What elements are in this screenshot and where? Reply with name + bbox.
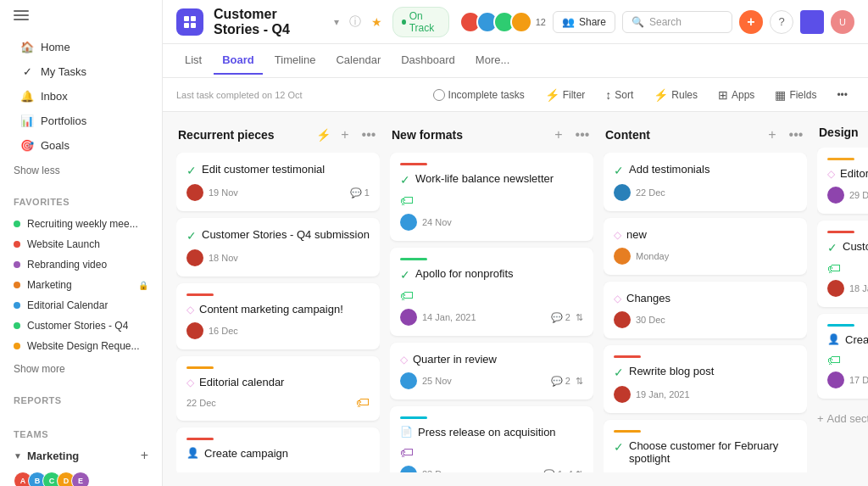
fav-item-1[interactable]: Website Launch (0, 234, 162, 254)
fav-item-6[interactable]: Website Design Reque... (0, 336, 162, 356)
card[interactable]: 📄 Press release on acquisition 🏷 23 Dec … (390, 406, 593, 472)
column-title-new-formats: New formats (392, 128, 544, 142)
card[interactable]: ✓ Apollo for nonprofits 🏷 14 Jan, 2021 💬… (390, 248, 593, 336)
add-button[interactable]: + (739, 10, 763, 34)
card-title-text: Customer Stories - Q4 submission (202, 228, 370, 241)
ellipsis-icon: ••• (837, 89, 848, 101)
sidebar-item-portfolios[interactable]: 📊 Portfolios (7, 109, 155, 132)
check-icon: ✓ (400, 173, 410, 187)
card-title-text: Create new in... (845, 333, 868, 346)
diamond-icon: ◇ (186, 304, 194, 316)
tab-dashboard[interactable]: Dashboard (392, 47, 464, 75)
svg-rect-1 (191, 16, 196, 21)
apps-button[interactable]: ⊞ Apps (711, 85, 761, 105)
tab-timeline[interactable]: Timeline (266, 47, 325, 75)
column-title-content: Content (605, 128, 758, 142)
avatar (827, 187, 844, 204)
comment-count: 💬 2 (551, 376, 570, 387)
column-cards-content: ✓ Add testimonials 22 Dec ◇ new (604, 153, 807, 472)
sidebar-item-home[interactable]: 🏠 Home (7, 35, 155, 59)
tab-more[interactable]: More... (467, 47, 518, 75)
column-add-button-new-formats[interactable]: + (549, 126, 568, 144)
team-marketing-header[interactable]: ▼ Marketing + (0, 443, 162, 468)
fields-button[interactable]: ▦ Fields (768, 85, 823, 105)
column-header-design: Design (817, 126, 868, 139)
tab-board[interactable]: Board (214, 47, 263, 75)
search-box[interactable]: 🔍 Search (622, 11, 732, 33)
card-title-text: Changes (626, 292, 670, 304)
sort-button[interactable]: ↕ Sort (598, 85, 640, 105)
fav-label-0: Recruiting weekly mee... (27, 218, 138, 230)
card[interactable]: ✓ Rewrite blog post 19 Jan, 2021 (604, 345, 807, 413)
card-title-text: new (626, 228, 647, 241)
card[interactable]: ✓ Edit customer testimonial 19 Nov 💬 1 (176, 153, 380, 211)
column-add-button-recurrent[interactable]: + (336, 126, 354, 144)
diamond-icon: ◇ (400, 354, 408, 366)
card[interactable]: ✓ Work-life balance newsletter 🏷 24 Nov (390, 153, 593, 241)
priority-bar (614, 355, 641, 358)
teams-section: Teams ▼ Marketing + A B C D E (0, 409, 162, 486)
info-icon[interactable]: ⓘ (349, 14, 361, 30)
show-less-button[interactable]: Show less (0, 161, 162, 183)
share-label: Share (579, 16, 606, 28)
rules-button[interactable]: ⚡ Rules (647, 85, 704, 105)
column-more-button-content[interactable]: ••• (787, 126, 805, 144)
share-button[interactable]: 👥 Share (553, 11, 615, 33)
column-title-design: Design (819, 126, 868, 139)
add-column-button[interactable]: +Add section (817, 405, 868, 432)
star-icon[interactable]: ★ (371, 15, 382, 29)
chevron-down-icon: ▼ (14, 451, 22, 461)
fav-item-2[interactable]: Rebranding video (0, 254, 162, 275)
filter-button[interactable]: ⚡ Filter (538, 85, 593, 105)
card[interactable]: ✓ Customer spo... 🏷 18 Jan, 2021 (817, 221, 868, 307)
card[interactable]: ◇ Quarter in review 25 Nov 💬 2 ⇅ (390, 343, 593, 399)
show-more-button[interactable]: Show more (0, 360, 162, 382)
dropdown-arrow-icon[interactable]: ▾ (334, 16, 339, 28)
fav-item-0[interactable]: Recruiting weekly mee... (0, 214, 162, 234)
card[interactable]: ✓ Choose customer for February spotlight… (604, 420, 807, 472)
card[interactable]: 👤 Create new in... 🏷 17 Dec (817, 314, 868, 399)
card-title-text: Apollo for nonprofits (415, 267, 514, 280)
card-title-text: Content marketing campaign! (199, 303, 343, 316)
card[interactable]: ◇ Content marketing campaign! 16 Dec (176, 283, 380, 349)
tab-calendar[interactable]: Calendar (327, 47, 389, 75)
column-add-button-content[interactable]: + (763, 126, 782, 144)
fav-label-5: Customer Stories - Q4 (27, 320, 128, 332)
card-title-text: Editorial cale... (840, 167, 868, 180)
card[interactable]: ◇ Editorial cale... 29 Dec (817, 148, 868, 214)
card[interactable]: ◇ new Monday (604, 218, 807, 275)
user-avatar[interactable]: U (831, 10, 854, 34)
team-add-button[interactable]: + (141, 448, 148, 463)
incomplete-tasks-button[interactable]: Incomplete tasks (426, 86, 531, 104)
sidebar-item-goals[interactable]: 🎯 Goals (7, 133, 155, 157)
project-title: Customer Stories - Q4 (214, 7, 322, 37)
priority-bar (827, 158, 854, 160)
fav-dot-2 (14, 261, 20, 268)
card[interactable]: ✓ Customer Stories - Q4 submission 18 No… (176, 218, 380, 277)
card[interactable]: ✓ Add testimonials 22 Dec (604, 153, 807, 211)
card-date: 18 Nov (209, 253, 370, 263)
column-more-button-recurrent[interactable]: ••• (359, 126, 378, 144)
card[interactable]: 👤 Create campaign (176, 427, 380, 472)
menu-icon[interactable] (14, 10, 29, 20)
last-task-text: Last task completed on 12 Oct (176, 90, 303, 100)
card[interactable]: ◇ Changes 30 Dec (604, 282, 807, 338)
column-recurrent: Recurrent pieces ⚡ + ••• ✓ Edit customer… (176, 126, 380, 472)
priority-bar (614, 430, 641, 433)
help-button[interactable]: ? (770, 10, 793, 34)
sidebar-item-inbox[interactable]: 🔔 Inbox (7, 84, 155, 108)
more-options-button[interactable]: ••• (830, 86, 854, 104)
fav-item-5[interactable]: Customer Stories - Q4 (0, 316, 162, 336)
tab-list[interactable]: List (176, 47, 210, 75)
subtask-icon: ⇅ (576, 312, 583, 323)
avatar (400, 309, 417, 326)
incomplete-label: Incomplete tasks (448, 89, 525, 101)
column-more-button-new-formats[interactable]: ••• (573, 126, 592, 144)
subtask-icon: 4 ⇅ (568, 469, 583, 473)
fav-item-3[interactable]: Marketing 🔒 (0, 275, 162, 295)
filter-label: Filter (563, 89, 586, 101)
fav-item-4[interactable]: Editorial Calendar (0, 295, 162, 316)
card[interactable]: ◇ Editorial calendar 22 Dec 🏷 (176, 356, 380, 421)
sidebar-item-my-tasks[interactable]: ✓ My Tasks (7, 59, 155, 83)
check-icon: ✓ (400, 268, 410, 282)
